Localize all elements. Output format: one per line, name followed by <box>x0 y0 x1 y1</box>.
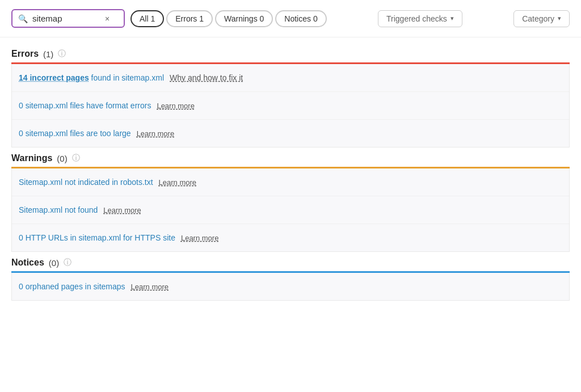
warning-item-2-text: Sitemap.xml not found <box>19 205 98 214</box>
warning-item-1-text: Sitemap.xml not indicated in robots.txt <box>19 178 153 187</box>
list-item: 0 sitemap.xml files are too large Learn … <box>12 120 569 147</box>
notices-title: Notices <box>11 258 44 268</box>
list-item: Sitemap.xml not found Learn more <box>12 196 569 224</box>
list-item: 0 HTTP URLs in sitemap.xml for HTTPS sit… <box>12 224 569 251</box>
list-item: 14 incorrect pages found in sitemap.xml … <box>12 64 569 92</box>
search-box: 🔍 × <box>11 9 125 28</box>
search-icon: 🔍 <box>18 14 28 23</box>
clear-search-button[interactable]: × <box>105 15 110 23</box>
warnings-header: Warnings (0) ⓘ <box>11 153 570 163</box>
errors-count: (1) <box>43 49 53 59</box>
main-content: Errors (1) ⓘ 14 incorrect pages found in… <box>0 37 581 301</box>
learn-more-link-6[interactable]: Learn more <box>181 234 218 242</box>
learn-more-link-7[interactable]: Learn more <box>131 283 169 291</box>
list-item: Sitemap.xml not indicated in robots.txt … <box>12 168 569 196</box>
learn-more-link-5[interactable]: Learn more <box>103 206 141 214</box>
errors-header: Errors (1) ⓘ <box>11 49 570 59</box>
errors-section: Errors (1) ⓘ 14 incorrect pages found in… <box>11 49 570 147</box>
notices-count: (0) <box>49 258 59 268</box>
tab-all[interactable]: All 1 <box>130 10 164 27</box>
why-fix-link[interactable]: Why and how to fix it <box>170 73 243 82</box>
learn-more-link-4[interactable]: Learn more <box>159 178 196 187</box>
warnings-count: (0) <box>57 154 67 163</box>
list-item: 0 orphaned pages in sitemaps Learn more <box>12 273 569 300</box>
chevron-down-icon: ▾ <box>451 15 454 22</box>
warning-item-3-text: 0 HTTP URLs in sitemap.xml for HTTPS sit… <box>19 233 175 242</box>
notices-items: 0 orphaned pages in sitemaps Learn more <box>11 273 570 301</box>
warnings-section: Warnings (0) ⓘ Sitemap.xml not indicated… <box>11 153 570 252</box>
tab-warnings[interactable]: Warnings 0 <box>215 10 273 27</box>
chevron-down-icon: ▾ <box>558 15 561 22</box>
error-item-3-text: 0 sitemap.xml files are too large <box>19 129 131 138</box>
warnings-title: Warnings <box>11 153 52 163</box>
triggered-checks-dropdown[interactable]: Triggered checks ▾ <box>378 10 462 27</box>
top-bar: 🔍 × All 1 Errors 1 Warnings 0 Notices 0 … <box>0 0 581 37</box>
tab-errors[interactable]: Errors 1 <box>166 10 213 27</box>
error-item-2-text: 0 sitemap.xml files have format errors <box>19 101 151 110</box>
error-item-1-text: 14 incorrect pages found in sitemap.xml <box>19 73 164 82</box>
search-input[interactable] <box>32 14 100 23</box>
errors-info-icon[interactable]: ⓘ <box>58 49 66 59</box>
learn-more-link-2[interactable]: Learn more <box>157 102 194 110</box>
warnings-items: Sitemap.xml not indicated in robots.txt … <box>11 168 570 252</box>
warnings-info-icon[interactable]: ⓘ <box>72 153 80 163</box>
notices-header: Notices (0) ⓘ <box>11 258 570 268</box>
errors-items: 14 incorrect pages found in sitemap.xml … <box>11 64 570 147</box>
learn-more-link-3[interactable]: Learn more <box>137 129 174 138</box>
notices-info-icon[interactable]: ⓘ <box>64 258 71 268</box>
tab-notices[interactable]: Notices 0 <box>275 10 326 27</box>
category-dropdown[interactable]: Category ▾ <box>513 10 570 27</box>
notices-section: Notices (0) ⓘ 0 orphaned pages in sitema… <box>11 258 570 301</box>
list-item: 0 sitemap.xml files have format errors L… <box>12 92 569 120</box>
errors-title: Errors <box>11 49 39 59</box>
tab-group: All 1 Errors 1 Warnings 0 Notices 0 <box>130 10 327 27</box>
notice-item-1-text: 0 orphaned pages in sitemaps <box>19 282 125 291</box>
